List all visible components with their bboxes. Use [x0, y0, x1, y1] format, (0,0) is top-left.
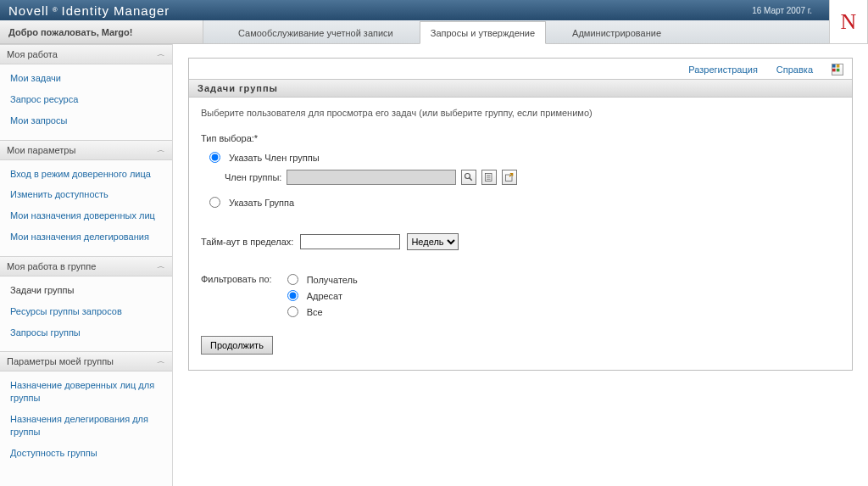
panel-body: Выберите пользователя для просмотра его … — [189, 98, 852, 370]
radio-filter-all[interactable]: Все — [287, 306, 358, 317]
brand-name-b: Identity Manager — [62, 3, 170, 18]
main-tabs: Самообслуживание учетной записи Запросы … — [203, 20, 868, 43]
sidebar-item-team-availability[interactable]: Доступность группы — [0, 443, 172, 464]
content-area: Разрегистрация Справка Задачи группы Выб… — [173, 44, 868, 486]
welcome-text: Добро пожаловать, Margo! — [0, 20, 203, 43]
app-header: Novell® Identity Manager 16 Март 2007 г. — [0, 0, 868, 20]
team-member-row: Член группы: — [225, 170, 840, 185]
radio-filter-recipient-input[interactable] — [287, 274, 298, 285]
app-title: Novell® Identity Manager — [8, 3, 170, 18]
svg-line-5 — [470, 178, 472, 181]
radio-select-group-label: Указать Группа — [229, 198, 294, 208]
selection-type-label: Тип выбора:* — [201, 133, 840, 143]
tab-requests-approval[interactable]: Запросы и утверждение — [420, 21, 546, 44]
novell-logo: N — [829, 0, 868, 44]
sidebar-group-my-work[interactable]: Моя работа ︿ — [0, 44, 172, 64]
radio-select-team-member-label: Указать Член группы — [229, 153, 320, 163]
tab-account-self-service[interactable]: Самообслуживание учетной записи — [227, 21, 404, 43]
header-date: 16 Март 2007 г. — [752, 6, 812, 15]
sidebar-group-label: Моя работа в группе — [7, 261, 96, 271]
clear-icon[interactable] — [502, 170, 517, 185]
timeout-unit-select[interactable]: Недель — [407, 233, 459, 250]
chevron-up-icon: ︿ — [157, 51, 165, 58]
sidebar-group-label: Моя работа — [7, 49, 58, 59]
team-member-input[interactable] — [287, 170, 456, 185]
link-help[interactable]: Справка — [776, 64, 813, 75]
sidebar-item-my-delegate-assignments[interactable]: Мои назначения делегирования — [0, 226, 172, 248]
continue-button[interactable]: Продолжить — [201, 336, 273, 355]
panel-top-bar: Разрегистрация Справка — [189, 59, 852, 79]
sidebar-item-team-request-resources[interactable]: Ресурсы группы запросов — [0, 301, 172, 322]
sidebar-group-team-work[interactable]: Моя работа в группе ︿ — [0, 256, 172, 277]
link-unregister[interactable]: Разрегистрация — [688, 64, 758, 75]
brand-name-a: Novell — [8, 3, 49, 18]
radio-filter-assignee[interactable]: Адресат — [287, 290, 358, 301]
panel-instructions: Выберите пользователя для просмотра его … — [201, 108, 840, 118]
svg-rect-1 — [837, 64, 840, 68]
sidebar-item-my-requests[interactable]: Мои запросы — [0, 110, 172, 131]
chevron-up-icon: ︿ — [157, 263, 165, 270]
novell-logo-letter: N — [841, 9, 857, 35]
chevron-up-icon: ︿ — [157, 146, 165, 153]
sidebar-group-team-settings[interactable]: Параметры моей группы ︿ — [0, 351, 172, 371]
sidebar-item-my-proxy-assignments[interactable]: Мои назначения доверенных лиц — [0, 205, 172, 226]
svg-rect-0 — [832, 64, 836, 68]
radio-filter-recipient-label: Получатель — [307, 275, 358, 285]
svg-rect-2 — [832, 69, 836, 72]
sidebar-item-team-proxy-assignments[interactable]: Назначение доверенных лиц для группы — [0, 375, 172, 409]
lookup-icon[interactable] — [461, 170, 476, 185]
sidebar-item-team-delegate-assignments[interactable]: Назначения делегирования для группы — [0, 409, 172, 443]
filter-block: Фильтровать по: Получатель Адресат Вс — [201, 274, 840, 317]
timeout-row: Тайм-аут в пределах: Недель — [201, 233, 840, 250]
sidebar-item-enter-proxy-mode[interactable]: Вход в режим доверенного лица — [0, 164, 172, 185]
filter-label: Фильтровать по: — [201, 274, 272, 284]
sidebar-item-team-tasks[interactable]: Задачи группы — [0, 280, 172, 301]
radio-select-group-input[interactable] — [209, 197, 220, 208]
radio-select-team-member-input[interactable] — [209, 152, 220, 163]
radio-filter-all-input[interactable] — [287, 306, 298, 317]
sidebar-item-edit-availability[interactable]: Изменить доступность — [0, 184, 172, 205]
team-tasks-panel: Разрегистрация Справка Задачи группы Выб… — [188, 58, 853, 371]
svg-rect-3 — [837, 69, 840, 72]
panel-title: Задачи группы — [189, 79, 852, 98]
sub-header: Добро пожаловать, Margo! Самообслуживани… — [0, 20, 868, 44]
radio-select-team-member[interactable]: Указать Член группы — [209, 152, 840, 163]
sidebar-group-label: Параметры моей группы — [7, 356, 114, 366]
radio-filter-recipient[interactable]: Получатель — [287, 274, 358, 285]
chevron-up-icon: ︿ — [157, 358, 165, 365]
sidebar-item-my-tasks[interactable]: Мои задачи — [0, 68, 172, 89]
svg-point-4 — [465, 174, 470, 179]
sidebar: Моя работа ︿ Мои задачи Запрос ресурса М… — [0, 44, 173, 486]
sidebar-item-team-requests[interactable]: Запросы группы — [0, 322, 172, 344]
team-member-label: Член группы: — [225, 172, 281, 182]
radio-filter-assignee-label: Адресат — [307, 291, 342, 301]
timeout-value-input[interactable] — [300, 234, 400, 249]
main-layout: Моя работа ︿ Мои задачи Запрос ресурса М… — [0, 44, 868, 486]
history-icon[interactable] — [481, 170, 497, 185]
tab-administration[interactable]: Администрирование — [561, 21, 672, 43]
sidebar-group-my-settings[interactable]: Мои параметры ︿ — [0, 140, 172, 160]
panel-options-icon[interactable] — [832, 64, 843, 75]
radio-filter-assignee-input[interactable] — [287, 290, 298, 301]
sidebar-item-request-resource[interactable]: Запрос ресурса — [0, 89, 172, 110]
brand-reg: ® — [53, 6, 58, 14]
radio-select-group[interactable]: Указать Группа — [209, 197, 840, 208]
radio-filter-all-label: Все — [307, 307, 323, 317]
timeout-label: Тайм-аут в пределах: — [201, 237, 293, 247]
sidebar-group-label: Мои параметры — [7, 145, 75, 155]
